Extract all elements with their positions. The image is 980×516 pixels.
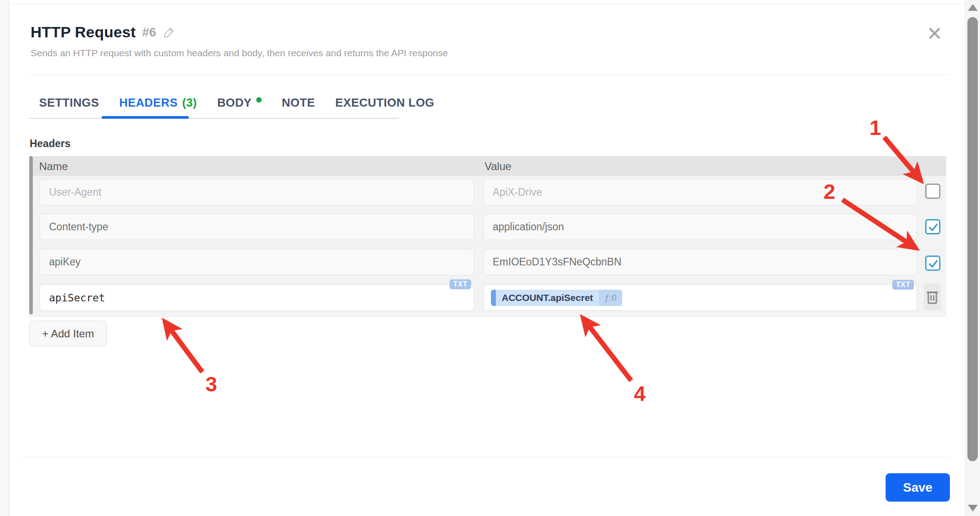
header-name-input-2[interactable] xyxy=(40,214,474,240)
header-value-input-2[interactable] xyxy=(483,214,917,240)
annotation-number-1: 1 xyxy=(869,115,881,140)
http-request-modal-screen: HTTP Request #6 Sends an HTTP request wi… xyxy=(0,0,980,516)
modal-description: Sends an HTTP request with custom header… xyxy=(31,48,448,58)
modal-header: HTTP Request #6 xyxy=(31,23,176,41)
column-header-value: Value xyxy=(485,160,512,173)
header-divider xyxy=(29,75,950,75)
scrollbar-thumb[interactable] xyxy=(967,17,978,461)
row-1-enable-checkbox[interactable] xyxy=(925,184,940,199)
request-number: #6 xyxy=(142,25,156,40)
annotation-number-4: 4 xyxy=(634,381,646,406)
tab-bar: SETTINGS HEADERS (3) BODY NOTE EXECUTION… xyxy=(39,95,434,110)
add-item-button[interactable]: + Add Item xyxy=(29,321,107,346)
tab-headers[interactable]: HEADERS (3) xyxy=(119,96,197,110)
variable-tag-function-chip: ƒ:0 xyxy=(599,290,622,306)
name-txt-mode-badge[interactable]: TXT xyxy=(450,279,471,289)
scroll-down-arrow-icon[interactable] xyxy=(968,505,978,512)
annotation-number-3: 3 xyxy=(205,372,217,396)
tab-body[interactable]: BODY xyxy=(217,96,262,110)
variable-tag[interactable]: ACCOUNT.apiSecret ƒ:0 xyxy=(491,290,622,306)
trash-icon xyxy=(926,289,939,305)
headers-table: Name Value TXT ACCOUNT.apiSecret xyxy=(29,156,946,317)
tab-note[interactable]: NOTE xyxy=(282,96,315,110)
close-icon xyxy=(927,26,942,41)
tab-settings[interactable]: SETTINGS xyxy=(39,96,99,110)
checkmark-icon xyxy=(927,221,940,233)
save-button[interactable]: Save xyxy=(886,473,950,502)
active-tab-indicator xyxy=(102,116,189,119)
table-header-row: Name Value xyxy=(29,156,946,176)
header-value-input-3[interactable] xyxy=(483,249,917,275)
header-name-input-3[interactable] xyxy=(40,249,474,275)
checkmark-icon xyxy=(927,257,940,270)
edit-pencil-icon[interactable] xyxy=(162,26,176,39)
header-value-input-4[interactable]: ACCOUNT.apiSecret ƒ:0 TXT xyxy=(483,284,917,311)
page-scrollbar[interactable] xyxy=(965,0,980,516)
header-value-input-1[interactable] xyxy=(483,179,917,206)
tab-bar-underline xyxy=(29,118,399,119)
footer-divider xyxy=(22,457,950,458)
value-txt-mode-badge[interactable]: TXT xyxy=(892,280,914,290)
headers-count-badge: (3) xyxy=(182,96,197,110)
page-title: HTTP Request xyxy=(31,23,136,41)
close-button[interactable] xyxy=(925,24,944,43)
row-3-enable-checkbox[interactable] xyxy=(925,256,940,271)
tab-execution-log[interactable]: EXECUTION LOG xyxy=(335,96,434,110)
variable-tag-strip xyxy=(491,290,496,306)
column-header-name: Name xyxy=(39,160,68,173)
table-left-scroll-strip[interactable] xyxy=(29,156,33,314)
header-name-input-1[interactable] xyxy=(40,179,474,206)
headers-section-heading: Headers xyxy=(30,138,71,150)
annotation-number-2: 2 xyxy=(824,179,835,204)
page-background-gutter xyxy=(0,0,9,516)
variable-tag-label: ACCOUNT.apiSecret xyxy=(496,290,599,306)
scroll-up-arrow-icon[interactable] xyxy=(968,4,978,11)
header-name-input-4[interactable] xyxy=(40,284,474,311)
delete-row-button[interactable] xyxy=(924,283,941,310)
row-2-enable-checkbox[interactable] xyxy=(925,219,940,234)
body-status-dot-icon xyxy=(256,97,262,103)
